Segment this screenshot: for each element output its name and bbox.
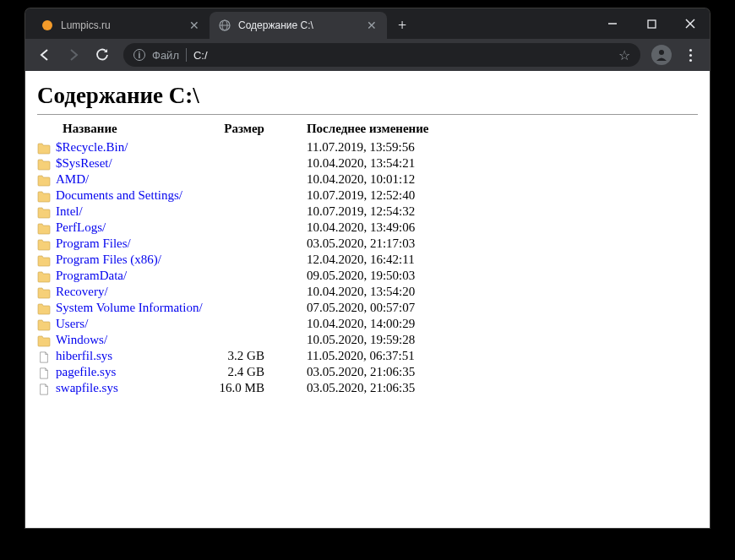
listing-row[interactable]: Documents and Settings/10.07.2019, 12:52… (37, 188, 438, 204)
entry-modified: 10.04.2020, 10:01:12 (290, 171, 438, 188)
window-controls (593, 8, 710, 39)
listing-row[interactable]: pagefile.sys2.4 GB03.05.2020, 21:06:35 (37, 364, 438, 380)
address-bar[interactable]: i Файл C:/ ☆ (123, 43, 640, 67)
entry-link[interactable]: $Recycle.Bin/ (56, 140, 128, 155)
entry-link[interactable]: Windows/ (56, 333, 107, 347)
profile-button[interactable] (649, 42, 674, 68)
folder-icon (37, 220, 51, 235)
entry-modified: 12.04.2020, 16:42:11 (290, 252, 438, 268)
entry-size (211, 188, 290, 204)
menu-button[interactable] (678, 42, 703, 68)
address-separator (186, 48, 187, 62)
listing-row[interactable]: AMD/10.04.2020, 10:01:12 (37, 171, 438, 188)
bookmark-star-icon[interactable]: ☆ (618, 47, 630, 63)
folder-icon (37, 237, 51, 251)
entry-size (211, 155, 290, 171)
address-path: C:/ (193, 49, 208, 62)
entry-link[interactable]: pagefile.sys (56, 365, 116, 379)
entry-link[interactable]: ProgramData/ (56, 269, 127, 283)
entry-link[interactable]: Recovery/ (56, 285, 108, 299)
folder-icon (37, 204, 51, 219)
folder-icon (37, 172, 51, 187)
entry-modified: 10.04.2020, 14:00:29 (290, 316, 438, 332)
svg-point-0 (42, 20, 52, 30)
folder-icon (37, 333, 51, 347)
page-content: Содержание C:\ Название Размер Последнее… (25, 71, 710, 528)
entry-link[interactable]: Users/ (56, 317, 88, 331)
listing-row[interactable]: swapfile.sys16.0 MB03.05.2020, 21:06:35 (37, 380, 438, 396)
entry-link[interactable]: PerfLogs/ (56, 220, 106, 235)
entry-modified: 10.05.2020, 19:59:28 (290, 332, 438, 348)
listing-row[interactable]: Recovery/10.04.2020, 13:54:20 (37, 284, 438, 300)
entry-size (211, 332, 290, 348)
info-icon[interactable]: i (133, 49, 145, 61)
tab-lumpics[interactable]: Lumpics.ru ✕ (32, 12, 210, 39)
entry-size (211, 171, 290, 188)
toolbar: i Файл C:/ ☆ (25, 39, 710, 71)
entry-size (211, 139, 290, 155)
new-tab-button[interactable]: + (390, 14, 414, 37)
listing-row[interactable]: $SysReset/10.04.2020, 13:54:21 (37, 155, 438, 171)
address-label: Файл (152, 49, 179, 62)
forward-button[interactable] (61, 42, 86, 68)
file-icon (37, 349, 51, 363)
reload-button[interactable] (90, 42, 115, 68)
back-button[interactable] (32, 42, 57, 68)
entry-link[interactable]: hiberfil.sys (56, 349, 112, 363)
svg-point-8 (659, 50, 664, 55)
entry-size (211, 284, 290, 300)
listing-row[interactable]: ProgramData/09.05.2020, 19:50:03 (37, 268, 438, 284)
entry-size: 16.0 MB (211, 380, 290, 396)
entry-modified: 09.05.2020, 19:50:03 (290, 268, 438, 284)
listing-row[interactable]: System Volume Information/07.05.2020, 00… (37, 300, 438, 316)
listing-row[interactable]: PerfLogs/10.04.2020, 13:49:06 (37, 220, 438, 236)
folder-icon (37, 156, 51, 171)
tab-close-icon[interactable]: ✕ (188, 19, 201, 32)
listing-row[interactable]: hiberfil.sys3.2 GB11.05.2020, 06:37:51 (37, 348, 438, 364)
entry-link[interactable]: AMD/ (56, 172, 89, 187)
page-heading: Содержание C:\ (37, 83, 698, 109)
entry-link[interactable]: Documents and Settings/ (56, 188, 182, 203)
entry-size (211, 204, 290, 220)
folder-icon (37, 140, 51, 155)
entry-size (211, 316, 290, 332)
entry-link[interactable]: swapfile.sys (56, 381, 118, 395)
tab-title: Содержание C:\ (238, 19, 313, 31)
entry-modified: 07.05.2020, 00:57:07 (290, 300, 438, 316)
listing-row[interactable]: Users/10.04.2020, 14:00:29 (37, 316, 438, 332)
directory-listing: Название Размер Последнее изменение $Rec… (37, 120, 438, 396)
close-button[interactable] (671, 8, 710, 39)
entry-link[interactable]: $SysReset/ (56, 156, 112, 171)
col-size: Размер (211, 120, 290, 139)
entry-size (211, 300, 290, 316)
entry-size (211, 220, 290, 236)
entry-size (211, 268, 290, 284)
listing-row[interactable]: Intel/10.07.2019, 12:54:32 (37, 204, 438, 220)
tabs-region: Lumpics.ru ✕ Содержание C:\ ✕ + (25, 8, 593, 39)
entry-modified: 11.05.2020, 06:37:51 (290, 348, 438, 364)
entry-modified: 10.04.2020, 13:49:06 (290, 220, 438, 236)
listing-row[interactable]: Program Files/03.05.2020, 21:17:03 (37, 236, 438, 252)
folder-icon (37, 269, 51, 283)
tab-directory[interactable]: Содержание C:\ ✕ (210, 12, 387, 39)
browser-window: Lumpics.ru ✕ Содержание C:\ ✕ + (25, 8, 710, 528)
entry-link[interactable]: Intel/ (56, 204, 83, 219)
tab-close-icon[interactable]: ✕ (365, 19, 378, 32)
listing-row[interactable]: Program Files (x86)/12.04.2020, 16:42:11 (37, 252, 438, 268)
col-modified: Последнее изменение (290, 120, 438, 139)
entry-link[interactable]: Program Files (x86)/ (56, 253, 161, 267)
entry-size (211, 252, 290, 268)
folder-icon (37, 188, 51, 203)
entry-link[interactable]: Program Files/ (56, 237, 131, 251)
maximize-button[interactable] (632, 8, 671, 39)
favicon-orange-icon (41, 19, 54, 32)
menu-dots-icon (689, 49, 692, 62)
entry-size (211, 236, 290, 252)
entry-modified: 03.05.2020, 21:06:35 (290, 364, 438, 380)
col-name: Название (37, 120, 211, 139)
listing-row[interactable]: $Recycle.Bin/11.07.2019, 13:59:56 (37, 139, 438, 155)
tab-title: Lumpics.ru (61, 19, 111, 31)
listing-row[interactable]: Windows/10.05.2020, 19:59:28 (37, 332, 438, 348)
entry-link[interactable]: System Volume Information/ (56, 301, 203, 315)
minimize-button[interactable] (593, 8, 632, 39)
